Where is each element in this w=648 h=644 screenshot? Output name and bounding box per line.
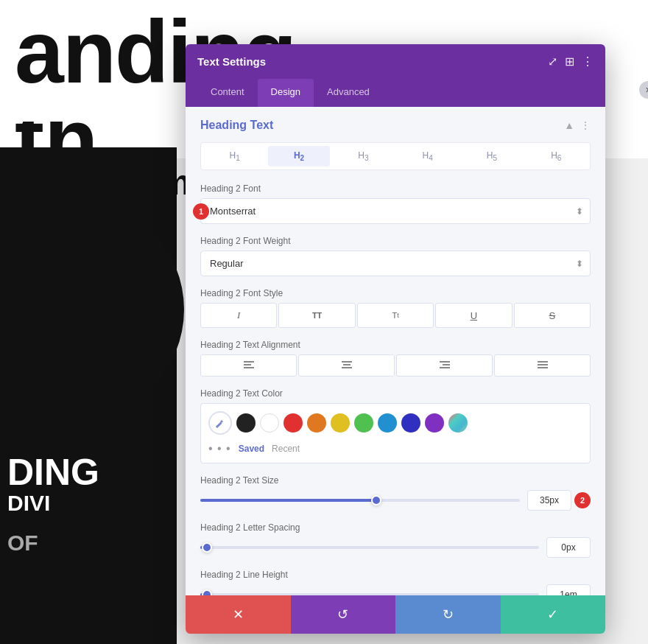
text-size-track[interactable] bbox=[200, 499, 520, 502]
font-field: Heading 2 Font 1 Montserrat ⬍ bbox=[200, 183, 591, 224]
font-style-field: Heading 2 Font Style I TT Tt U S bbox=[200, 288, 591, 328]
tab-content[interactable]: Content bbox=[197, 79, 258, 107]
color-green[interactable] bbox=[354, 413, 373, 433]
capitalize-button[interactable]: Tt bbox=[357, 303, 434, 328]
font-weight-label: Heading 2 Font Weight bbox=[200, 236, 591, 246]
svg-rect-9 bbox=[443, 364, 450, 365]
svg-rect-4 bbox=[342, 361, 352, 363]
letter-spacing-track[interactable] bbox=[200, 546, 539, 549]
alignment-buttons bbox=[200, 354, 591, 377]
section-header: Heading Text ▲ ⋮ bbox=[200, 119, 591, 132]
grid-icon[interactable]: ⊞ bbox=[565, 55, 574, 69]
underline-button[interactable]: U bbox=[435, 303, 512, 328]
color-red[interactable] bbox=[284, 413, 303, 433]
panel-content: Heading Text ▲ ⋮ H1 H2 H3 H4 H5 H6 Headi… bbox=[186, 107, 605, 595]
letter-spacing-field: Heading 2 Letter Spacing bbox=[200, 522, 591, 558]
panel-actions: ✕ ↺ ↻ ✓ bbox=[186, 595, 605, 634]
align-justify-button[interactable] bbox=[494, 354, 591, 377]
font-select[interactable]: Montserrat bbox=[200, 198, 591, 224]
align-right-button[interactable] bbox=[396, 354, 493, 377]
font-label: Heading 2 Font bbox=[200, 183, 591, 194]
section-title: Heading Text bbox=[200, 119, 273, 132]
color-recent-tab[interactable]: Recent bbox=[272, 444, 300, 454]
line-height-thumb[interactable] bbox=[202, 589, 212, 595]
color-yellow[interactable] bbox=[331, 413, 350, 433]
svg-rect-5 bbox=[343, 364, 351, 365]
save-button[interactable]: ✓ bbox=[501, 595, 606, 634]
panel-tabs: Content Design Advanced bbox=[186, 79, 605, 107]
panel-title: Text Settings bbox=[197, 55, 266, 68]
fullscreen-icon[interactable]: ⤢ bbox=[548, 55, 557, 69]
letter-spacing-input[interactable] bbox=[546, 537, 591, 558]
letter-spacing-label: Heading 2 Letter Spacing bbox=[200, 522, 591, 533]
eyedropper-button[interactable] bbox=[208, 411, 232, 435]
heading-tab-h6[interactable]: H6 bbox=[526, 146, 587, 167]
heading-tab-h4[interactable]: H4 bbox=[397, 146, 458, 167]
bg-bottom-text-area: DING DIVI OF bbox=[7, 454, 99, 556]
line-height-label: Heading 2 Line Height bbox=[200, 570, 591, 580]
align-left-button[interactable] bbox=[200, 354, 297, 377]
italic-button[interactable]: I bbox=[200, 303, 277, 328]
panel-header-icons: ⤢ ⊞ ⋮ bbox=[548, 55, 594, 69]
text-color-label: Heading 2 Text Color bbox=[200, 388, 591, 399]
svg-rect-12 bbox=[538, 361, 548, 363]
letter-spacing-slider-row bbox=[200, 537, 591, 558]
color-blue[interactable] bbox=[378, 413, 397, 433]
heading-tab-h2[interactable]: H2 bbox=[268, 146, 329, 167]
cancel-button[interactable]: ✕ bbox=[186, 595, 291, 634]
color-saved-tab[interactable]: Saved bbox=[239, 444, 264, 454]
line-height-input[interactable] bbox=[546, 584, 591, 595]
font-style-buttons: I TT Tt U S bbox=[200, 303, 591, 328]
text-size-slider-row: 2 bbox=[200, 490, 591, 511]
redo-button[interactable]: ↻ bbox=[395, 595, 501, 634]
text-size-label: Heading 2 Text Size bbox=[200, 475, 591, 486]
text-settings-panel: Text Settings ⤢ ⊞ ⋮ Content Design Advan… bbox=[186, 44, 605, 634]
section-more-icon[interactable]: ⋮ bbox=[580, 119, 591, 131]
font-weight-select[interactable]: Regular Bold Light bbox=[200, 251, 591, 276]
color-black[interactable] bbox=[236, 413, 256, 433]
heading-tab-h3[interactable]: H3 bbox=[333, 146, 394, 167]
section-controls: ▲ ⋮ bbox=[564, 119, 591, 131]
font-select-wrapper: 1 Montserrat ⬍ bbox=[200, 198, 591, 224]
text-size-badge: 2 bbox=[574, 492, 591, 508]
svg-rect-1 bbox=[244, 364, 251, 365]
text-size-fill bbox=[200, 499, 376, 502]
line-height-slider-row bbox=[200, 584, 591, 595]
color-orange[interactable] bbox=[307, 413, 326, 433]
tab-advanced[interactable]: Advanced bbox=[314, 79, 383, 107]
svg-point-16 bbox=[216, 426, 218, 427]
text-alignment-label: Heading 2 Text Alignment bbox=[200, 340, 591, 350]
strikethrough-button[interactable]: S bbox=[514, 303, 591, 328]
line-height-field: Heading 2 Line Height bbox=[200, 570, 591, 595]
text-color-field: Heading 2 Text Color bbox=[200, 388, 591, 463]
heading-tabs: H1 H2 H3 H4 H5 H6 bbox=[200, 142, 591, 170]
font-badge: 1 bbox=[193, 203, 209, 220]
heading-tab-h1[interactable]: H1 bbox=[204, 146, 265, 167]
text-size-input-group: 2 bbox=[527, 490, 591, 511]
svg-rect-10 bbox=[440, 367, 450, 368]
uppercase-button[interactable]: TT bbox=[278, 303, 355, 328]
color-footer: • • • Saved Recent bbox=[208, 442, 582, 455]
color-more-dots[interactable]: • • • bbox=[208, 442, 231, 455]
svg-rect-8 bbox=[440, 361, 450, 363]
heading-tab-h5[interactable]: H5 bbox=[461, 146, 522, 167]
more-options-icon[interactable]: ⋮ bbox=[582, 55, 594, 69]
font-style-label: Heading 2 Font Style bbox=[200, 288, 591, 298]
text-size-input[interactable] bbox=[527, 490, 571, 511]
color-dark-blue[interactable] bbox=[401, 413, 420, 433]
tab-design[interactable]: Design bbox=[258, 79, 314, 107]
undo-button[interactable]: ↺ bbox=[291, 595, 396, 634]
align-center-button[interactable] bbox=[298, 354, 395, 377]
color-picker: • • • Saved Recent bbox=[200, 403, 591, 463]
color-white[interactable] bbox=[260, 413, 279, 433]
font-weight-select-wrapper: Regular Bold Light ⬍ bbox=[200, 251, 591, 276]
color-purple[interactable] bbox=[425, 413, 444, 433]
color-gradient-swatch[interactable] bbox=[448, 413, 468, 433]
line-height-track[interactable] bbox=[200, 593, 539, 595]
text-size-thumb[interactable] bbox=[371, 495, 381, 505]
svg-rect-13 bbox=[538, 364, 548, 365]
panel-header: Text Settings ⤢ ⊞ ⋮ bbox=[186, 44, 605, 79]
collapse-icon[interactable]: ▲ bbox=[564, 119, 574, 131]
text-size-field: Heading 2 Text Size 2 bbox=[200, 475, 591, 511]
letter-spacing-thumb[interactable] bbox=[202, 542, 212, 553]
